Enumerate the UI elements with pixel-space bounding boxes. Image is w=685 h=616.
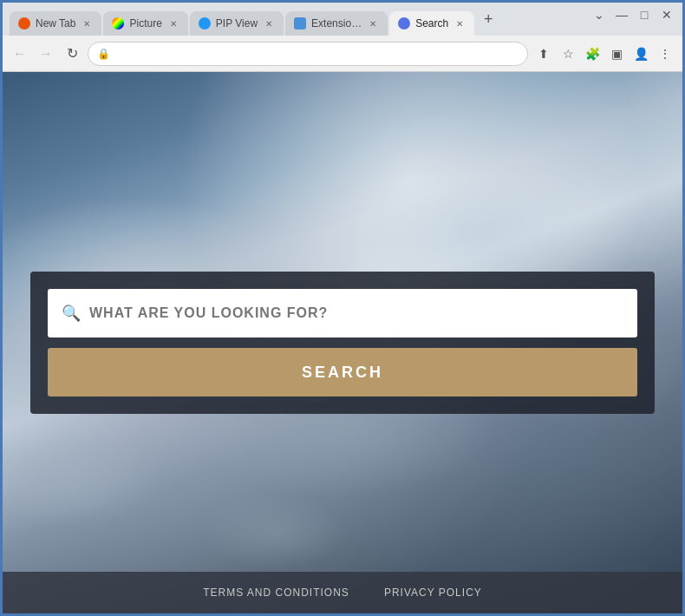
privacy-link[interactable]: PRIVACY POLICY [384, 587, 482, 599]
favicon-picture [112, 17, 124, 29]
tab-label-picture: Picture [129, 17, 161, 29]
tab-label-extension: Extensio… [311, 17, 362, 29]
browser-window: New Tab ✕ Picture ✕ PIP View ✕ Extensio…… [0, 0, 685, 616]
share-icon[interactable]: ⬆ [533, 43, 554, 64]
profile-icon[interactable]: 👤 [630, 43, 651, 64]
menu-icon[interactable]: ⋮ [655, 43, 675, 64]
search-input[interactable] [89, 305, 623, 321]
search-container: 🔍 SEARCH [30, 272, 655, 414]
favicon-extension [294, 17, 306, 29]
forward-button[interactable]: → [36, 43, 56, 64]
tab-pip-view[interactable]: PIP View ✕ [190, 11, 284, 36]
maximize-btn[interactable]: □ [636, 6, 653, 23]
page-content: NTP 🔍 SEARCH TERMS AND CONDITIONS PRIVAC… [3, 72, 682, 613]
tab-close-search[interactable]: ✕ [453, 17, 466, 29]
tab-new-tab[interactable]: New Tab ✕ [10, 11, 101, 36]
tab-close-new-tab[interactable]: ✕ [81, 17, 93, 29]
tab-search[interactable]: Search ✕ [389, 11, 474, 36]
tab-label-pip-view: PIP View [216, 17, 258, 29]
tab-picture[interactable]: Picture ✕ [103, 11, 187, 36]
search-button[interactable]: SEARCH [48, 348, 637, 396]
back-button[interactable]: ← [10, 43, 30, 64]
tab-bar: New Tab ✕ Picture ✕ PIP View ✕ Extensio…… [3, 3, 682, 36]
tab-close-picture[interactable]: ✕ [167, 17, 179, 29]
search-input-row: 🔍 [48, 289, 637, 337]
bookmark-icon[interactable]: ☆ [558, 43, 578, 64]
tab-close-extension[interactable]: ✕ [367, 17, 379, 29]
refresh-button[interactable]: ↻ [62, 43, 82, 64]
page-footer: TERMS AND CONDITIONS PRIVACY POLICY [3, 572, 682, 613]
address-bar-input-wrap[interactable]: 🔒 [88, 42, 528, 66]
toolbar-icons: ⬆ ☆ 🧩 ▣ 👤 ⋮ [533, 43, 675, 64]
tab-extension[interactable]: Extensio… ✕ [285, 11, 388, 36]
tab-bar-controls: ⌄ — □ ✕ [590, 6, 675, 23]
tab-label-search: Search [415, 17, 448, 29]
extensions-icon[interactable]: 🧩 [582, 43, 603, 64]
favicon-search [398, 17, 410, 29]
favicon-new-tab [18, 17, 30, 29]
tab-close-pip-view[interactable]: ✕ [263, 17, 275, 29]
tab-label-new-tab: New Tab [36, 17, 75, 29]
minimize-btn[interactable]: — [613, 6, 630, 23]
search-icon: 🔍 [62, 304, 81, 323]
address-bar: ← → ↻ 🔒 ⬆ ☆ 🧩 ▣ 👤 ⋮ [3, 36, 682, 72]
new-tab-button[interactable]: + [476, 7, 500, 31]
sidebar-icon[interactable]: ▣ [606, 43, 627, 64]
favicon-pip-view [199, 17, 211, 29]
terms-link[interactable]: TERMS AND CONDITIONS [203, 587, 349, 599]
tab-dropdown-btn[interactable]: ⌄ [590, 6, 608, 23]
close-btn[interactable]: ✕ [658, 6, 675, 23]
lock-icon: 🔒 [97, 48, 110, 60]
